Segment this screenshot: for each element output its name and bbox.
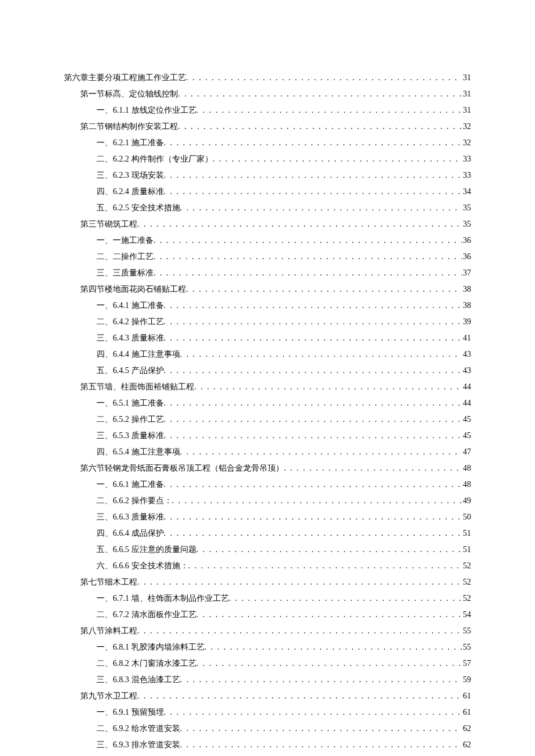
toc-entry: 三、6.8.3 混色油漆工艺59 bbox=[64, 672, 471, 688]
toc-entry-leader bbox=[180, 672, 462, 688]
toc-entry: 第七节细木工程52 bbox=[64, 574, 471, 590]
toc-entry-title: 三、6.9.3 排水管道安装 bbox=[97, 737, 180, 753]
toc-entry-leader bbox=[197, 607, 462, 623]
toc-entry: 第五节墙、柱面饰面裕铺贴工程44 bbox=[64, 379, 471, 395]
toc-entry-page: 62 bbox=[462, 737, 471, 753]
toc-entry-page: 47 bbox=[462, 444, 471, 460]
toc-entry-leader bbox=[164, 167, 462, 184]
toc-entry-leader bbox=[205, 639, 462, 655]
toc-entry-page: 52 bbox=[462, 558, 471, 574]
toc-entry-title: 第七节细木工程 bbox=[80, 574, 137, 590]
toc-entry-title: 五、6.2.5 安全技术措施 bbox=[97, 200, 180, 216]
toc-entry: 三、6.6.3 质量标准50 bbox=[64, 509, 471, 525]
toc-entry: 五、6.2.5 安全技术措施35 bbox=[64, 200, 471, 216]
toc-entry: 一、6.8.1 乳胶漆内墙涂料工艺55 bbox=[64, 639, 471, 655]
toc-entry-page: 54 bbox=[462, 607, 471, 623]
toc-entry-leader bbox=[137, 574, 462, 590]
toc-entry-title: 二、6.5.2 操作工艺 bbox=[97, 411, 164, 428]
toc-entry-title: 二、二操作工艺 bbox=[97, 249, 154, 265]
toc-entry-title: 四、6.5.4 施工注意事项 bbox=[97, 444, 180, 460]
toc-entry-leader bbox=[137, 688, 462, 704]
toc-entry-page: 55 bbox=[462, 623, 471, 639]
toc-entry: 二、6.2.2 构件制作（专业厂家）33 bbox=[64, 151, 471, 167]
table-of-contents: 第六章主要分项工程施工作业工艺31第一节标高、定位轴线控制31一、6.1.1 放… bbox=[64, 70, 471, 756]
toc-entry-page: 57 bbox=[462, 655, 471, 672]
toc-entry-page: 32 bbox=[462, 119, 471, 135]
toc-entry: 三、6.4.3 质量标准41 bbox=[64, 330, 471, 346]
toc-entry-page: 48 bbox=[462, 476, 471, 493]
toc-entry-leader bbox=[154, 265, 462, 281]
toc-entry-page: 59 bbox=[462, 672, 471, 688]
toc-entry: 四、6.5.4 施工注意事项47 bbox=[64, 444, 471, 460]
toc-entry-title: 六、6.6.6 安全技术措施： bbox=[97, 558, 188, 574]
toc-entry-title: 第十节低压配电与照明工程 bbox=[80, 753, 178, 756]
toc-entry-title: 一、6.9.1 预留预埋 bbox=[97, 704, 164, 721]
toc-entry-leader bbox=[164, 704, 462, 721]
toc-entry-leader bbox=[137, 216, 462, 232]
toc-entry-title: 第九节水卫工程 bbox=[80, 688, 137, 704]
toc-entry-leader bbox=[197, 655, 462, 672]
toc-entry: 一、一施工准备36 bbox=[64, 232, 471, 249]
toc-entry-title: 三、6.6.3 质量标准 bbox=[97, 509, 164, 525]
toc-entry-leader bbox=[164, 135, 462, 151]
toc-entry-title: 一、6.8.1 乳胶漆内墙涂料工艺 bbox=[97, 639, 205, 655]
toc-entry-page: 48 bbox=[462, 460, 471, 476]
toc-entry-leader bbox=[188, 558, 462, 574]
toc-entry-leader bbox=[154, 249, 462, 265]
toc-entry: 一、6.1.1 放线定位作业工艺31 bbox=[64, 102, 471, 119]
toc-entry-leader bbox=[180, 200, 462, 216]
toc-entry-title: 三、6.8.3 混色油漆工艺 bbox=[97, 672, 180, 688]
toc-entry-title: 四、6.6.4 成品保护 bbox=[97, 525, 164, 542]
toc-entry-page: 51 bbox=[462, 525, 471, 542]
toc-entry-leader bbox=[164, 330, 462, 346]
toc-entry: 六、6.6.6 安全技术措施：52 bbox=[64, 558, 471, 574]
toc-entry-leader bbox=[178, 86, 462, 102]
toc-entry-leader bbox=[178, 753, 462, 756]
toc-entry-leader bbox=[154, 232, 462, 249]
toc-entry-page: 61 bbox=[462, 704, 471, 721]
toc-entry-title: 二、6.2.2 构件制作（专业厂家） bbox=[97, 151, 213, 167]
toc-entry: 四、6.2.4 质量标准34 bbox=[64, 184, 471, 200]
toc-entry-leader bbox=[164, 476, 462, 493]
toc-entry-title: 第四节楼地面花岗石铺贴工程 bbox=[80, 281, 186, 298]
toc-entry-title: 一、6.7.1 墙、柱饰面木制品作业工艺 bbox=[97, 590, 229, 607]
toc-entry-title: 五、6.4.5 产品保护 bbox=[97, 363, 164, 379]
toc-entry: 第三节砌筑工程35 bbox=[64, 216, 471, 232]
toc-entry: 一、6.5.1 施工准备44 bbox=[64, 395, 471, 411]
toc-entry-leader bbox=[180, 721, 462, 737]
toc-entry-title: 二、6.4.2 操作工艺 bbox=[97, 314, 164, 330]
toc-entry-leader bbox=[213, 151, 462, 167]
toc-entry-leader bbox=[197, 542, 462, 558]
toc-entry: 二、6.4.2 操作工艺39 bbox=[64, 314, 471, 330]
toc-entry-page: 44 bbox=[462, 395, 471, 411]
toc-entry-page: 45 bbox=[462, 411, 471, 428]
toc-entry: 三、6.2.3 现场安装33 bbox=[64, 167, 471, 184]
toc-entry: 二、6.6.2 操作要点：49 bbox=[64, 493, 471, 509]
toc-entry-page: 31 bbox=[462, 70, 471, 86]
toc-entry-page: 34 bbox=[462, 184, 471, 200]
toc-entry-title: 第五节墙、柱面饰面裕铺贴工程 bbox=[80, 379, 194, 395]
toc-entry-leader bbox=[284, 460, 462, 476]
toc-entry: 二、6.9.2 给水管道安装62 bbox=[64, 721, 471, 737]
toc-entry-leader bbox=[186, 70, 462, 86]
toc-entry: 三、三质量标准37 bbox=[64, 265, 471, 281]
toc-entry-leader bbox=[164, 428, 462, 444]
toc-entry-title: 一、6.6.1 施工准备 bbox=[97, 476, 164, 493]
toc-entry-leader bbox=[180, 346, 462, 363]
toc-entry: 四、6.4.4 施工注意事项43 bbox=[64, 346, 471, 363]
toc-entry: 二、6.7.2 清水面板作业工艺54 bbox=[64, 607, 471, 623]
toc-entry-leader bbox=[194, 379, 462, 395]
toc-entry: 三、6.9.3 排水管道安装62 bbox=[64, 737, 471, 753]
toc-entry-title: 一、6.2.1 施工准备 bbox=[97, 135, 164, 151]
toc-entry-title: 第二节钢结构制作安装工程 bbox=[80, 119, 178, 135]
toc-entry-page: 33 bbox=[462, 167, 471, 184]
toc-entry: 三、6.5.3 质量标准45 bbox=[64, 428, 471, 444]
toc-entry-title: 第六节轻钢龙骨纸面石膏板吊顶工程（铝合金龙骨吊顶） bbox=[80, 460, 284, 476]
toc-entry-page: 44 bbox=[462, 379, 471, 395]
toc-entry-title: 一、一施工准备 bbox=[97, 232, 154, 249]
toc-entry-leader bbox=[186, 281, 462, 298]
toc-entry: 一、6.9.1 预留预埋61 bbox=[64, 704, 471, 721]
toc-entry-leader bbox=[164, 525, 462, 542]
toc-entry-page: 52 bbox=[462, 574, 471, 590]
toc-entry-leader bbox=[164, 314, 462, 330]
